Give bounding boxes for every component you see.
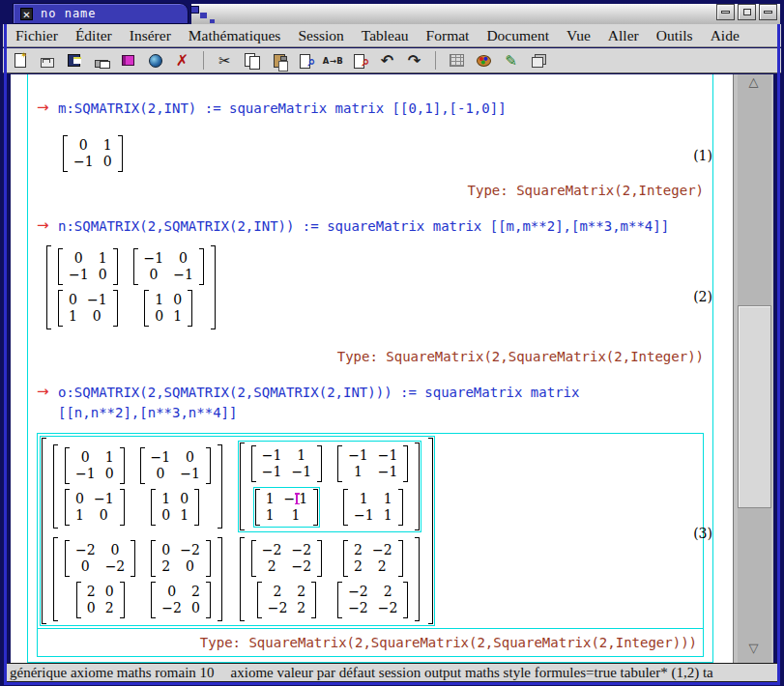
matrix-entry[interactable]: 2 [354, 558, 363, 574]
matrix-entry[interactable]: 1 [173, 308, 182, 324]
matrix-entry[interactable]: 0 [149, 267, 158, 282]
menu-fichier[interactable]: Fichier [7, 26, 67, 45]
scroll-down-icon[interactable]: ▽ [734, 642, 773, 655]
matrix-entry[interactable]: −2 [161, 600, 182, 615]
matrix-entry[interactable]: −1 [291, 464, 311, 479]
matrix-entry[interactable]: −1 [348, 447, 368, 463]
matrix-entry[interactable]: 2 [384, 584, 392, 599]
matrix-entry[interactable]: −2 [372, 542, 392, 557]
session-output-1[interactable]: 01−10 [63, 135, 123, 172]
matrix-entry[interactable]: −2 [348, 600, 368, 615]
scrollbar-thumb[interactable] [738, 305, 771, 508]
matrix-entry[interactable]: −2 [105, 558, 126, 574]
matrix-entry[interactable]: 0 [81, 558, 90, 574]
menu-format[interactable]: Format [418, 26, 479, 45]
matrix-entry[interactable]: 0 [87, 600, 96, 615]
matrix-entry[interactable]: −1 [173, 267, 193, 282]
minimize-button[interactable] [716, 4, 735, 20]
matrix-entry[interactable]: 0 [186, 449, 194, 465]
matrix-entry[interactable]: 2 [297, 584, 305, 599]
matrix-entry[interactable]: 1 [180, 507, 189, 523]
draw-button[interactable] [499, 49, 523, 71]
menu-editer[interactable]: Éditer [67, 26, 121, 45]
matrix-entry[interactable]: −1 [180, 466, 200, 481]
session-input-3-continued[interactable]: [[n,n**2],[n**3,n**4]] [58, 405, 237, 420]
vertical-scrollbar[interactable]: △ ▽ [733, 74, 773, 663]
maximize-button[interactable] [738, 4, 756, 20]
matrix-entry[interactable]: 0 [105, 584, 114, 599]
matrix-entry[interactable]: 2 [297, 600, 305, 615]
new-document-button[interactable] [8, 49, 32, 71]
matrix-entry[interactable]: 1 [75, 507, 84, 523]
matrix-entry[interactable]: −2 [378, 600, 398, 615]
menu-inserer[interactable]: Insérer [121, 26, 180, 45]
spell-check-button[interactable] [348, 49, 372, 71]
matrix-entry[interactable]: 2 [274, 584, 282, 599]
matrix-entry[interactable]: 2 [268, 558, 276, 574]
matrix-entry[interactable]: 0 [111, 542, 120, 557]
close-icon[interactable]: ✕ [20, 8, 33, 20]
matrix-entry[interactable]: −1 [378, 447, 398, 463]
menu-session[interactable]: Session [289, 26, 352, 45]
matrix-entry[interactable]: 0 [75, 491, 84, 506]
insert-frame-button[interactable] [526, 49, 550, 71]
matrix-entry[interactable]: −1 [75, 466, 96, 481]
matrix-entry[interactable]: 1 [155, 292, 163, 307]
session-input-1[interactable]: → m:SQMATRIX(2,INT) := squareMatrix matr… [37, 100, 507, 116]
session-output-3[interactable]: 01−10−100−10−1101001−11−1−1−1−11−11−1111… [37, 433, 704, 657]
matrix-entry[interactable]: 1 [69, 308, 77, 324]
close-document-button[interactable] [170, 49, 194, 71]
matrix-entry[interactable]: 2 [87, 584, 96, 599]
session-output-2[interactable]: 01−10−100−10−1101001 [46, 245, 216, 329]
menu-aide[interactable]: Aide [702, 26, 748, 45]
matrix-entry[interactable]: 2 [354, 542, 363, 557]
output-3-formula-area[interactable]: 01−10−100−10−1101001−11−1−1−1−11−11−1111… [38, 434, 703, 628]
matrix-entry[interactable]: 0 [161, 507, 170, 523]
matrix-entry[interactable]: −1 [354, 507, 374, 523]
input-text[interactable]: [[n,n**2],[n**3,n**4]] [58, 405, 237, 420]
matrix-entry[interactable]: 0 [186, 558, 194, 574]
matrix-entry[interactable]: −1 [73, 154, 94, 169]
matrix-entry[interactable]: −2 [75, 542, 96, 557]
matrix-entry[interactable]: 1 [384, 507, 392, 523]
input-text[interactable]: m:SQMATRIX(2,INT) := squareMatrix matrix… [58, 100, 507, 116]
input-text[interactable]: o:SQMATRIX(2,SQMATRIX(2,SQMATRIX(2,INT))… [58, 385, 579, 400]
matrix-entry[interactable]: −2 [291, 542, 311, 557]
open-document-button[interactable] [35, 49, 59, 71]
matrix-entry[interactable]: −1 [262, 464, 282, 479]
color-palette-button[interactable] [472, 49, 496, 71]
matrix-entry[interactable]: −2 [180, 542, 200, 557]
matrix-entry[interactable]: −1 [378, 464, 398, 479]
print-document-button[interactable] [89, 49, 113, 71]
matrix-entry[interactable]: 0 [93, 308, 102, 324]
web-button[interactable] [143, 49, 167, 71]
title-tab[interactable]: ✕ no name [13, 3, 189, 24]
help-book-button[interactable] [116, 49, 140, 71]
matrix-entry[interactable]: 2 [105, 600, 114, 615]
find-button[interactable] [294, 49, 318, 71]
matrix-entry[interactable]: 1 [291, 507, 300, 523]
matrix-entry[interactable]: 0 [79, 137, 88, 153]
matrix-entry[interactable]: 0 [69, 292, 77, 307]
session-input-3[interactable]: → o:SQMATRIX(2,SQMATRIX(2,SQMATRIX(2,INT… [37, 385, 579, 400]
title-bar[interactable]: ✕ no name [0, 0, 784, 24]
matrix-entry[interactable]: 1 [103, 137, 112, 153]
matrix-entry[interactable]: −2 [262, 542, 282, 557]
matrix-entry[interactable]: 0 [179, 250, 188, 266]
paste-button[interactable] [267, 49, 291, 71]
matrix-entry[interactable]: 0 [99, 267, 107, 282]
menu-vue[interactable]: Vue [558, 26, 599, 45]
matrix-entry[interactable]: 2 [191, 584, 200, 599]
matrix-entry[interactable]: −1 [144, 250, 164, 266]
shade-button[interactable] [759, 4, 777, 20]
matrix-entry[interactable]: −2 [268, 600, 288, 615]
matrix-entry[interactable]: 0 [180, 491, 189, 506]
matrix-entry[interactable]: −1 [262, 447, 282, 463]
matrix-entry[interactable]: 0 [74, 250, 83, 266]
matrix-entry[interactable]: 1 [161, 491, 170, 506]
redo-button[interactable] [402, 49, 426, 71]
matrix-entry[interactable]: −1 [284, 491, 308, 506]
matrix-entry[interactable]: −1 [94, 491, 114, 506]
matrix-entry[interactable]: 1 [266, 507, 275, 523]
session-input-2[interactable]: → n:SQMATRIX(2,SQMATRIX(2,INT)) := squar… [37, 218, 669, 234]
